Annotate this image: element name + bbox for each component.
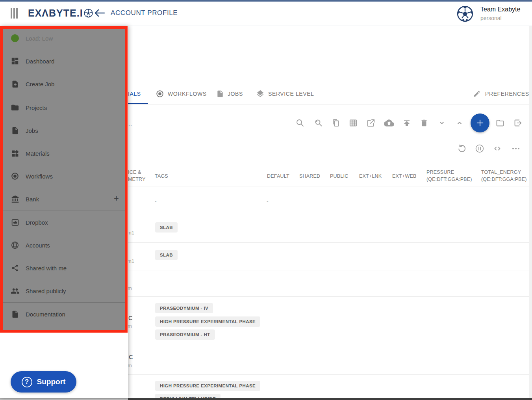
- sidebar-item-dropbox[interactable]: Dropbox: [0, 214, 128, 230]
- load-status-label: Load: Low: [26, 35, 53, 42]
- tab-jobs[interactable]: JOBS: [216, 89, 243, 98]
- sidebar-item-bank[interactable]: Bank: [0, 191, 128, 207]
- tab-materials-partial[interactable]: IALS: [128, 91, 141, 97]
- sidebar-item-dashboard[interactable]: Dashboard: [0, 53, 128, 69]
- column-header-ext-lnk[interactable]: EXT+LNK: [359, 173, 382, 180]
- sidebar-item-materials[interactable]: Materials: [0, 145, 128, 161]
- tab-label: WORKFLOWS: [168, 91, 207, 97]
- lattice-fragment: m1: [127, 230, 134, 236]
- sidebar-item-create-job[interactable]: Create Job: [0, 76, 128, 92]
- team-name[interactable]: Team Exabyte: [480, 6, 520, 13]
- help-icon: ?: [22, 377, 32, 387]
- bottom-edge-right: [128, 398, 532, 400]
- sidebar-item-label: Jobs: [26, 127, 38, 134]
- tag-chip[interactable]: HIGH PRESSURE EXPERIMENTAL PHASE: [155, 316, 260, 327]
- load-status-dot-icon: [10, 33, 20, 43]
- material-name-fragment: C: [128, 314, 133, 321]
- sidebar-item-documentation[interactable]: Documentation: [0, 306, 128, 322]
- column-header-shared[interactable]: SHARED: [299, 173, 320, 180]
- sidebar-toggle-icon[interactable]: [11, 8, 18, 19]
- column-header-tags[interactable]: TAGS: [155, 173, 168, 180]
- sidebar-item-label: Create Job: [26, 81, 54, 87]
- sidebar-item-shared-publicly[interactable]: Shared publicly: [0, 283, 128, 299]
- searched-for-icon[interactable]: [313, 118, 323, 128]
- file-icon: [216, 89, 224, 98]
- sidebar-item-workflows[interactable]: Workflows: [0, 168, 128, 184]
- app-logo[interactable]: EXΛBYTE.I: [28, 7, 93, 19]
- table-cell-default-empty: -: [267, 198, 269, 204]
- row-divider: [128, 345, 529, 345]
- sidebar-item-label: Dashboard: [26, 58, 54, 65]
- search-icon[interactable]: [295, 118, 305, 128]
- delete-icon[interactable]: [419, 118, 429, 128]
- sidebar-item-label: Accounts: [26, 242, 50, 249]
- sidebar-item-projects[interactable]: Projects: [0, 100, 128, 115]
- people-icon: [10, 286, 20, 296]
- column-header-ext-web[interactable]: EXT+WEB: [392, 173, 416, 180]
- chevron-down-icon[interactable]: [437, 118, 447, 128]
- bottom-edge-left: [0, 398, 128, 400]
- code-icon[interactable]: [492, 143, 502, 154]
- column-header-pressure[interactable]: PRESSURE (QE:DFT:GGA:PBE): [426, 169, 472, 183]
- note-add-icon: [10, 79, 20, 89]
- tag-chip[interactable]: SLAB: [155, 222, 178, 233]
- tab-workflows[interactable]: WORKFLOWS: [156, 89, 207, 98]
- sidebar-item-label: Dropbox: [26, 219, 48, 226]
- column-header-total-energy[interactable]: TOTAL_ENERGY (QE:DFT:GGA:PBE): [481, 169, 527, 183]
- pencil-icon: [473, 90, 481, 98]
- publish-icon[interactable]: [402, 118, 412, 128]
- sidebar-item-shared-with-me[interactable]: Shared with me: [0, 260, 128, 276]
- bank-add-button[interactable]: +: [114, 193, 119, 204]
- cloud-upload-icon[interactable]: [384, 118, 394, 128]
- sidebar-item-jobs[interactable]: Jobs: [0, 123, 128, 138]
- exabyte-app: EXΛBYTE.I ACCOUNT PROFILE Team Exabyte p…: [0, 0, 532, 400]
- sidebar-divider: [0, 96, 128, 96]
- team-avatar[interactable]: [457, 6, 473, 22]
- chevron-up-icon[interactable]: [454, 118, 465, 128]
- tag-chip[interactable]: PRASEODYMIUM - IV: [155, 303, 213, 313]
- row-divider: [128, 215, 529, 215]
- more-horizontal-icon[interactable]: [511, 143, 521, 154]
- tag-chip[interactable]: PRASEODYMIUM - HT: [155, 329, 215, 340]
- row-divider: [128, 242, 529, 243]
- preferences-button[interactable]: PREFERENCES: [473, 90, 529, 98]
- sidebar-item-label: Shared with me: [26, 265, 67, 272]
- preferences-label: PREFERENCES: [485, 91, 529, 97]
- restore-icon[interactable]: [457, 143, 467, 154]
- radio-checked-icon: [10, 171, 20, 181]
- scrollbar-track[interactable]: [529, 26, 532, 400]
- column-header-default[interactable]: DEFAULT: [267, 173, 289, 180]
- support-label: Support: [37, 378, 66, 386]
- pause-circle-icon[interactable]: [475, 143, 485, 154]
- support-button[interactable]: ? Support: [11, 371, 76, 393]
- tag-chip[interactable]: HIGH PRESSURE EXPERIMENTAL PHASE: [155, 381, 260, 391]
- column-header-public[interactable]: PUBLIC: [330, 173, 348, 180]
- globe-icon: [10, 240, 20, 250]
- tab-label: SERVICE LEVEL: [268, 91, 314, 97]
- column-header-lattice[interactable]: ICE & METRY: [128, 169, 146, 183]
- lattice-fragment: m1: [127, 258, 134, 264]
- lattice-fragment: m: [128, 323, 132, 329]
- sidebar-item-label: Shared publicly: [26, 288, 66, 294]
- radio-checked-icon: [156, 89, 164, 98]
- plus-icon: [476, 119, 484, 127]
- add-button[interactable]: [471, 113, 489, 132]
- dropbox-icon: [10, 218, 20, 227]
- material-name-fragment: C: [129, 353, 133, 360]
- exit-to-app-icon[interactable]: [513, 118, 523, 128]
- folder-icon[interactable]: [495, 118, 505, 128]
- copy-icon[interactable]: [331, 118, 341, 128]
- sidebar-item-label: Workflows: [26, 173, 53, 180]
- back-arrow-icon[interactable]: [94, 7, 106, 19]
- lattice-fragment: m: [128, 285, 132, 291]
- tab-service-level[interactable]: SERVICE LEVEL: [256, 89, 314, 98]
- folder-icon: [10, 103, 20, 112]
- logo-ball-icon: [84, 9, 93, 18]
- sidebar-item-label: Documentation: [26, 311, 65, 318]
- tag-chip[interactable]: SLAB: [155, 250, 178, 260]
- page-title: ACCOUNT PROFILE: [111, 9, 178, 17]
- table-cell-tags-empty: -: [155, 198, 157, 204]
- sidebar-item-accounts[interactable]: Accounts: [0, 237, 128, 253]
- table-view-icon[interactable]: [348, 118, 358, 128]
- open-in-new-icon[interactable]: [366, 118, 376, 128]
